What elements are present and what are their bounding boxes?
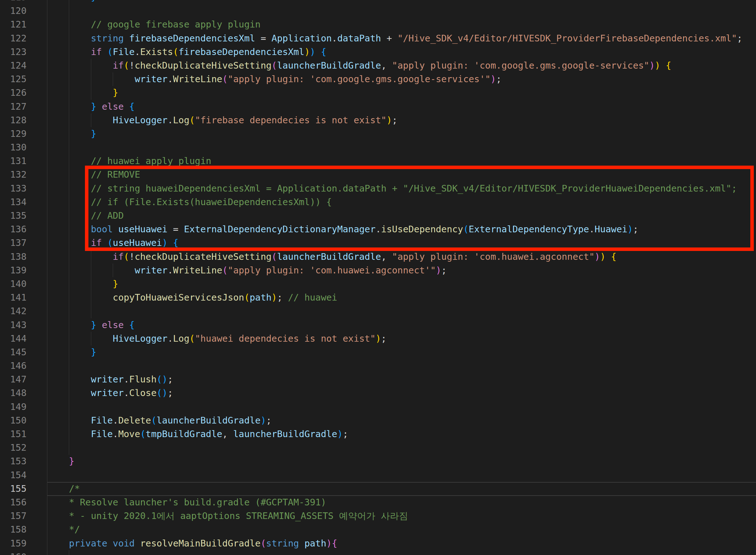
line-number[interactable]: 160 [0, 550, 27, 555]
line-number[interactable]: 119 [0, 0, 27, 4]
code-line: // if (File.Exists(huaweiDependenciesXml… [47, 195, 743, 209]
line-number[interactable]: 146 [0, 359, 27, 373]
code-line: if(!checkDuplicateHiveSetting(launcherBu… [47, 59, 743, 72]
code-token-punc: ; [266, 415, 272, 426]
code-token-kw: private [69, 538, 107, 549]
line-number[interactable]: 130 [0, 141, 27, 154]
line-number[interactable]: 151 [0, 427, 27, 441]
code-token-kw: string [91, 33, 124, 44]
code-token-punc: , [381, 60, 392, 71]
line-number[interactable]: 135 [0, 209, 27, 222]
line-number[interactable]: 131 [0, 154, 27, 168]
code-token-b_b: { [129, 319, 135, 330]
line-number[interactable]: 129 [0, 127, 27, 141]
line-number[interactable]: 156 [0, 496, 27, 509]
code-token-str: "firebase dependecies is not exist" [195, 115, 386, 125]
code-token-punc: + [381, 33, 397, 44]
code-token-fn: checkDuplicateHiveSetting [135, 251, 271, 262]
code-token-punc: ; [737, 33, 743, 44]
code-token-var: Application [272, 33, 332, 44]
line-number[interactable]: 149 [0, 400, 27, 414]
code-token-str: "/Hive_SDK_v4/Editor/HIVESDK_ProviderFir… [397, 33, 737, 44]
code-line [47, 141, 743, 154]
line-number[interactable]: 121 [0, 18, 27, 31]
code-token-punc [47, 46, 91, 57]
code-token-punc [124, 33, 129, 44]
line-number[interactable]: 147 [0, 373, 27, 386]
code-token-fn: Flush [129, 374, 157, 385]
code-token-var: writer [135, 265, 168, 275]
code-line: writer.Close(); [47, 386, 743, 400]
line-number[interactable]: 142 [0, 304, 27, 318]
line-number[interactable]: 126 [0, 86, 27, 99]
code-token-punc: . [135, 46, 140, 57]
code-token-var: dataPath [337, 33, 381, 44]
line-number[interactable]: 153 [0, 455, 27, 468]
code-token-punc [47, 251, 113, 262]
line-number[interactable]: 120 [0, 4, 27, 18]
line-number[interactable]: 143 [0, 318, 27, 332]
code-line: } else { [47, 318, 743, 332]
line-number[interactable]: 159 [0, 537, 27, 550]
line-number[interactable]: 127 [0, 100, 27, 114]
line-number[interactable]: 157 [0, 509, 27, 523]
code-token-com: // ADD [47, 210, 124, 221]
code-token-var: launcherBuildGradle [277, 60, 381, 71]
line-number[interactable]: 139 [0, 264, 27, 277]
code-token-punc [47, 224, 91, 234]
line-number[interactable]: 154 [0, 468, 27, 482]
line-number[interactable]: 155 [0, 482, 27, 496]
code-token-punc [660, 60, 666, 71]
code-token-b_b: ) [337, 429, 343, 439]
code-token-b_y: ( [124, 60, 129, 71]
line-number[interactable]: 125 [0, 72, 27, 86]
code-token-punc [47, 115, 113, 125]
code-token-b_p: ( [222, 74, 228, 84]
code-token-b_y: ( [189, 333, 195, 344]
code-token-b_b: ) [310, 46, 315, 57]
gutter[interactable]: 1191201211221231241251261271281291301311… [0, 0, 27, 555]
line-number[interactable]: 132 [0, 168, 27, 181]
code-token-b_b: ( [107, 238, 113, 248]
line-number[interactable]: 140 [0, 277, 27, 291]
code-line: * - unity 2020.1에서 aaptOptions STREAMING… [47, 509, 743, 523]
line-number[interactable]: 138 [0, 250, 27, 264]
code-token-punc [47, 538, 69, 549]
code-area[interactable]: } // google firebase apply plugin string… [47, 0, 743, 555]
code-line: private void resolveMainBuildGradle(stri… [47, 537, 743, 550]
code-token-punc: = [255, 33, 272, 44]
line-number[interactable]: 136 [0, 222, 27, 236]
line-number[interactable]: 133 [0, 182, 27, 195]
code-token-b_y: } [113, 87, 118, 98]
line-number[interactable]: 128 [0, 114, 27, 127]
code-token-str: "apply plugin: 'com.google.gms.google-se… [392, 60, 649, 71]
code-token-b_y: { [666, 60, 671, 71]
code-token-var: File [91, 429, 113, 439]
code-line [47, 304, 743, 318]
code-token-punc [96, 319, 102, 330]
line-number[interactable]: 141 [0, 291, 27, 304]
code-token-ctrl: if [91, 46, 102, 57]
line-number[interactable]: 122 [0, 32, 27, 45]
code-token-punc [47, 238, 91, 248]
code-line [47, 4, 743, 18]
code-line: writer.WriteLine("apply plugin: 'com.goo… [47, 72, 743, 86]
line-number[interactable]: 145 [0, 345, 27, 359]
code-token-punc [47, 319, 91, 330]
line-number[interactable]: 144 [0, 332, 27, 345]
code-token-var: writer [135, 74, 168, 84]
line-number[interactable]: 158 [0, 523, 27, 536]
line-number[interactable]: 150 [0, 414, 27, 427]
code-token-punc [316, 46, 321, 57]
line-number[interactable]: 124 [0, 59, 27, 72]
code-token-punc: , [381, 251, 392, 262]
line-number[interactable]: 137 [0, 236, 27, 250]
line-number[interactable]: 134 [0, 195, 27, 209]
code-token-punc [102, 238, 107, 248]
line-number[interactable]: 148 [0, 386, 27, 400]
line-number[interactable]: 152 [0, 441, 27, 455]
code-token-var: ExternalDependencyType [469, 224, 589, 234]
code-token-punc: . [332, 33, 337, 44]
code-token-punc [47, 101, 91, 112]
line-number[interactable]: 123 [0, 45, 27, 59]
